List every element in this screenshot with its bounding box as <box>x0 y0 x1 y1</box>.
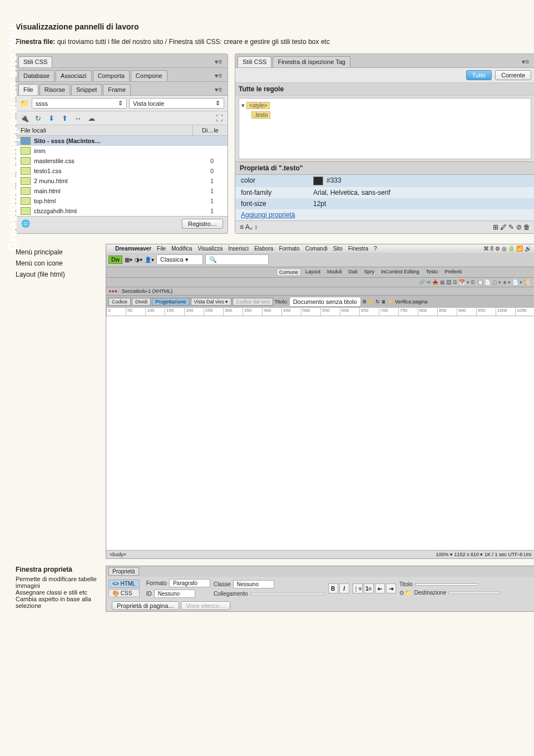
cat-item[interactable]: Comune <box>276 268 301 276</box>
menu-item[interactable]: ? <box>374 246 377 252</box>
mode-css[interactable]: 🎨 CSS <box>108 589 140 597</box>
panel-menu-icon[interactable]: ▾≡ <box>211 70 225 81</box>
rule-item[interactable]: .testo <box>251 111 270 119</box>
tab-progettazione[interactable]: Progettazione <box>152 298 190 306</box>
add-property-row[interactable]: Aggiungi proprietà <box>235 209 534 220</box>
panel-menu-icon[interactable]: ▾≡ <box>211 84 225 95</box>
tag-selector[interactable]: <body> <box>110 552 126 557</box>
tab-database[interactable]: Database <box>18 70 55 81</box>
menu-item[interactable]: Inserisci <box>228 246 249 252</box>
sort-icons[interactable]: ≡ Aᵤ ↕ <box>240 223 258 231</box>
menu-item[interactable]: Elabora <box>254 246 273 252</box>
doc-tab[interactable]: ●●● Senzatitolo-1 (XHTML) <box>106 287 534 296</box>
menu-item[interactable]: Finestra <box>348 246 368 252</box>
tab-snippet[interactable]: Snippet <box>71 84 102 95</box>
list-item[interactable]: top.html1 <box>16 196 228 206</box>
menu-item[interactable]: Formato <box>279 246 299 252</box>
menu-item[interactable]: Sito <box>333 246 343 252</box>
col-file-locali[interactable]: File locali <box>16 125 193 135</box>
list-item[interactable]: imm <box>16 146 228 156</box>
site-select[interactable]: ssss⇕ <box>32 98 127 109</box>
cat-item[interactable]: Testo <box>424 268 441 276</box>
tab-stili-css[interactable]: Stili CSS <box>18 56 52 67</box>
title-input[interactable]: Documento senza titolo <box>289 297 361 307</box>
toolbar-icons[interactable]: ⚙ ⚡ ↻ 🖥 ⚡ <box>362 299 394 305</box>
verify-page[interactable]: Verifica pagina <box>395 299 428 305</box>
btn-corrente[interactable]: Corrente <box>495 70 531 80</box>
menu-item[interactable]: File <box>157 246 166 252</box>
cat-item[interactable]: Moduli <box>325 268 344 276</box>
connect-icon[interactable]: 🔌 <box>19 114 29 122</box>
panel-menu-icon[interactable]: ▾≡ <box>518 56 532 67</box>
layout-dropdown[interactable]: Classica ▾ <box>156 254 203 265</box>
search-input[interactable]: 🔍 <box>205 254 269 265</box>
ol-icon[interactable]: 1≡ <box>364 583 374 593</box>
tab-ispezione-tag[interactable]: Finestra di ispezione Tag <box>273 56 350 67</box>
toolbar-icon[interactable]: ▦▾ <box>125 257 132 263</box>
titolo-input[interactable] <box>415 583 478 586</box>
checkin-icon[interactable]: ☁ <box>86 114 96 122</box>
bold-icon[interactable]: B <box>328 583 338 593</box>
list-item[interactable]: masterstile.css0 <box>16 156 228 166</box>
tab-codice[interactable]: Codice <box>108 298 131 306</box>
formato-select[interactable]: Paragrafo <box>169 579 210 587</box>
panel-menu-icon[interactable]: ▾≡ <box>211 56 225 67</box>
log-button[interactable]: Registro… <box>182 219 223 229</box>
tab-associazioni[interactable]: Associazi <box>56 70 91 81</box>
dest-select[interactable] <box>448 592 501 594</box>
rule-item[interactable]: <style> <box>246 102 270 109</box>
classe-select[interactable]: Nessuno <box>233 580 274 588</box>
tab-risorse[interactable]: Risorse <box>39 84 70 95</box>
btn-live-view[interactable]: Vista Dal vivo ▾ <box>191 298 232 306</box>
tab-dividi[interactable]: Dividi <box>132 298 151 306</box>
list-item[interactable]: cbzzgahdh.html1 <box>16 206 228 216</box>
design-canvas[interactable] <box>106 316 534 550</box>
list-root[interactable]: Sito - ssss (Macintos… <box>16 136 228 146</box>
menu-item[interactable]: Modifica <box>171 246 192 252</box>
btn-live-code[interactable]: Codice dal vivo <box>233 298 273 306</box>
cat-item[interactable]: Spry <box>362 268 377 276</box>
prop-row[interactable]: color#333 <box>235 175 534 187</box>
put-icon[interactable]: ⬆ <box>60 114 70 122</box>
list-item[interactable]: 2 munu.html1 <box>16 176 228 186</box>
indent-icon[interactable]: ⇥ <box>386 583 396 593</box>
tab-file[interactable]: File <box>18 84 38 95</box>
menu-item[interactable]: Comandi <box>305 246 328 252</box>
expand-icon[interactable]: ⛶ <box>214 114 224 122</box>
outdent-icon[interactable]: ⇤ <box>375 583 385 593</box>
btn-page-props[interactable]: Proprietà di pagina… <box>112 601 179 610</box>
refresh-icon[interactable]: ↻ <box>33 114 43 122</box>
link-input[interactable] <box>250 593 325 595</box>
menu-item[interactable]: Dreamweaver <box>115 246 151 252</box>
cat-item[interactable]: InContext Editing <box>379 268 422 276</box>
tab-proprieta[interactable]: Proprietà <box>108 567 139 576</box>
prop-row[interactable]: font-size12pt <box>235 198 534 209</box>
ul-icon[interactable]: ⋮≡ <box>353 583 363 593</box>
tab-componenti[interactable]: Compone <box>131 70 167 81</box>
italic-icon[interactable]: I <box>339 583 349 593</box>
list-item[interactable]: main.html1 <box>16 186 228 196</box>
mode-html[interactable]: <> HTML <box>108 580 140 588</box>
cat-item[interactable]: Layout <box>303 268 323 276</box>
btn-list-item[interactable]: Voce elenco… <box>181 601 230 610</box>
list-item[interactable]: testo1.css0 <box>16 166 228 176</box>
id-select[interactable]: Nessuno <box>154 590 195 598</box>
link-folder-icon[interactable]: ⊙ 📁 <box>399 590 412 596</box>
prop-row[interactable]: font-familyArial, Helvetica, sans-serif <box>235 187 534 198</box>
color-swatch[interactable] <box>313 176 323 185</box>
world-icon[interactable]: 🌐 <box>21 219 31 228</box>
btn-tutte[interactable]: Tutte <box>466 70 492 80</box>
tab-frame[interactable]: Frame <box>103 84 131 95</box>
sync-icon[interactable]: ↔ <box>73 114 83 122</box>
tab-comportamenti[interactable]: Comporta <box>93 70 130 81</box>
tab-stili-css[interactable]: Stili CSS <box>238 56 271 67</box>
view-select[interactable]: Vista locale⇕ <box>129 98 224 109</box>
get-icon[interactable]: ⬇ <box>46 114 56 122</box>
add-property-link[interactable]: Aggiungi proprietà <box>241 211 295 219</box>
toolbar-icon[interactable]: 👤▾ <box>145 257 154 263</box>
insert-toolbar[interactable]: 🔗 ✉ 📥 ▦ 🖼 🖻 📅 ▾ 🗓 📋 📄 ▢ ▾ ◈ ▾ 📄 ▾ 📜 <box>106 278 534 287</box>
col-size[interactable]: Di…le <box>193 125 228 135</box>
menu-item[interactable]: Visualizza <box>197 246 222 252</box>
toolbar-icon[interactable]: ◑▾ <box>135 257 142 263</box>
cat-item[interactable]: Dati <box>347 268 360 276</box>
